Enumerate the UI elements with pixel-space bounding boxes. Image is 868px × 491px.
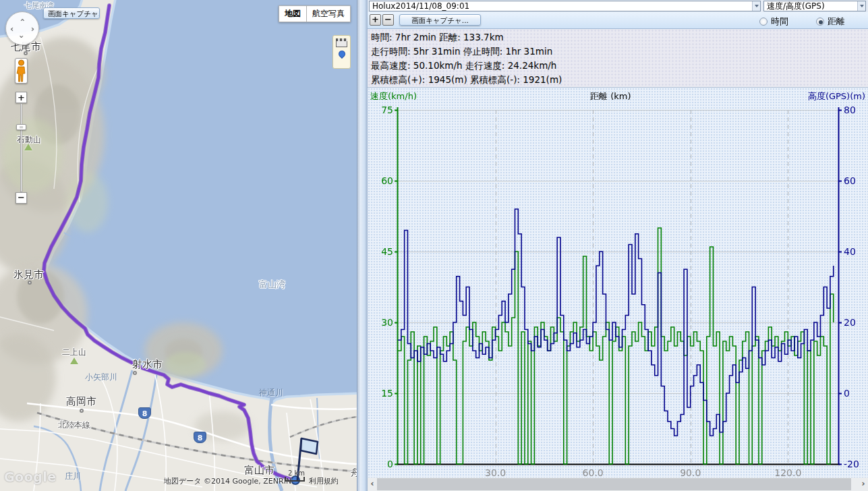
map-scale-bar — [285, 477, 305, 482]
label-sho-river: 庄川 — [65, 471, 81, 482]
pan-down-icon[interactable]: › — [18, 35, 26, 38]
pegman-icon — [16, 59, 27, 83]
x-axis-time-radio[interactable]: 時間 — [759, 16, 788, 28]
zoom-out-button[interactable]: − — [382, 14, 394, 26]
street-view-pegman[interactable] — [15, 58, 28, 84]
route-8-shield: 8 — [194, 432, 206, 443]
himi-city-dot — [28, 281, 32, 285]
label-futagamiyama: 二上山 — [62, 347, 86, 358]
label-himi-city: 氷見市 — [13, 268, 44, 281]
terms-of-use-link[interactable]: 利用規約 — [309, 476, 339, 486]
graph-screen-capture-button[interactable]: 画面キャプチャ... — [399, 14, 481, 26]
label-oyabe-river: 小矢部川 — [85, 372, 117, 383]
gps-track-viewer-window: 七尾南湾 七尾市 石動山 氷見市 富山湾 二上山 小矢部川 射水市 高岡市 北陸… — [0, 0, 868, 491]
x-axis-distance-radio[interactable]: 距離 — [816, 16, 845, 28]
stat-moving-stopped-time: 走行時間: 5hr 31min 停止時間: 1hr 31min — [371, 45, 868, 59]
map-pin-icon[interactable] — [337, 49, 347, 59]
video-clapper-icon[interactable] — [336, 38, 347, 47]
map-zoom-out-button[interactable]: − — [16, 192, 27, 204]
map-pan-control[interactable]: ‹ › › › — [5, 11, 39, 45]
zoom-in-button[interactable]: + — [370, 14, 381, 26]
pan-up-icon[interactable]: › — [18, 18, 26, 22]
map-pane[interactable]: 七尾南湾 七尾市 石動山 氷見市 富山湾 二上山 小矢部川 射水市 高岡市 北陸… — [0, 0, 357, 491]
stat-max-avg-speed: 最高速度: 50.10km/h 走行速度: 24.24km/h — [371, 59, 868, 73]
track-analysis-panel: Holux2014/11/08_09:01 速度/高度(GPS) + − 画面キ… — [368, 0, 868, 491]
scroll-right-arrow[interactable]: › — [859, 478, 868, 491]
map-screen-capture-button[interactable]: 画面キャプチャ... — [43, 7, 100, 19]
map-zoom-slider-track[interactable] — [20, 103, 22, 192]
combo-row: Holux2014/11/08_09:01 速度/高度(GPS) — [368, 0, 868, 12]
chevron-down-icon[interactable] — [752, 1, 760, 11]
stat-cumulative-elevation: 累積標高(+): 1945(m) 累積標高(-): 1921(m) — [371, 73, 868, 87]
stat-time-distance: 時間: 7hr 2min 距離: 133.7km — [371, 30, 868, 45]
speed-altitude-chart-area: 速度(km/h) 距離 (km) 高度(GPS)(m) — [368, 87, 868, 478]
x-axis-time-label: 時間 — [771, 16, 788, 28]
radio-circle-icon[interactable] — [759, 18, 768, 26]
label-funa-partial: 舟 — [351, 467, 357, 479]
scrollbar-thumb[interactable] — [377, 478, 851, 490]
label-takaoka-city: 高岡市 — [66, 395, 96, 408]
pane-splitter[interactable] — [357, 0, 368, 491]
pan-left-icon[interactable]: ‹ — [10, 24, 13, 33]
map-zoom-in-button[interactable]: + — [16, 92, 27, 103]
map-attribution: 地図データ ©2014 Google, ZENRIN — [164, 476, 291, 486]
map-canvas — [0, 0, 357, 491]
goal-flag-marker[interactable] — [301, 438, 318, 454]
map-scale-label: 2 km — [288, 469, 305, 477]
imizu-city-dot — [133, 371, 137, 375]
graph-toolbar: + − 画面キャプチャ... 時間 距離 — [368, 12, 868, 29]
scroll-left-arrow[interactable]: ‹ — [368, 478, 377, 491]
x-axis-distance-label: 距離 — [828, 16, 845, 28]
nanao-city-dot — [24, 51, 28, 55]
route-8-shield: 8 — [138, 407, 151, 419]
label-toyama-city: 富山市 — [244, 464, 274, 477]
google-logo: Google — [4, 469, 57, 484]
map-type-switcher: 地図 航空写真 — [279, 5, 351, 22]
label-imizu-city: 射水市 — [132, 358, 163, 371]
map-type-map-button[interactable]: 地図 — [279, 5, 306, 22]
graph-mode-combo[interactable]: 速度/高度(GPS) — [763, 1, 866, 11]
track-statistics: 時間: 7hr 2min 距離: 133.7km 走行時間: 5hr 31min… — [368, 29, 868, 87]
futagamiyama-mountain-icon — [70, 357, 78, 364]
label-hokuriku-line: 北陸本線 — [58, 420, 90, 431]
track-select-combo[interactable]: Holux2014/11/08_09:01 — [369, 1, 761, 11]
pan-right-icon[interactable]: › — [31, 24, 34, 33]
map-zoom-slider-handle[interactable]: = — [16, 124, 26, 130]
speed-altitude-chart[interactable] — [368, 88, 868, 478]
map-tools-panel — [332, 35, 351, 69]
graph-mode-value: 速度/高度(GPS) — [767, 1, 825, 11]
radio-circle-icon[interactable] — [816, 18, 824, 26]
sekidozan-mountain-icon — [24, 144, 32, 150]
takaoka-city-dot — [80, 409, 84, 413]
track-select-value: Holux2014/11/08_09:01 — [372, 1, 469, 11]
map-type-satellite-button[interactable]: 航空写真 — [306, 5, 351, 22]
chart-horizontal-scrollbar[interactable]: ‹ › — [368, 478, 868, 491]
label-jinzu-river: 神通川 — [259, 387, 283, 399]
label-toyama-bay: 富山湾 — [259, 279, 285, 291]
chevron-down-icon[interactable] — [857, 1, 865, 11]
